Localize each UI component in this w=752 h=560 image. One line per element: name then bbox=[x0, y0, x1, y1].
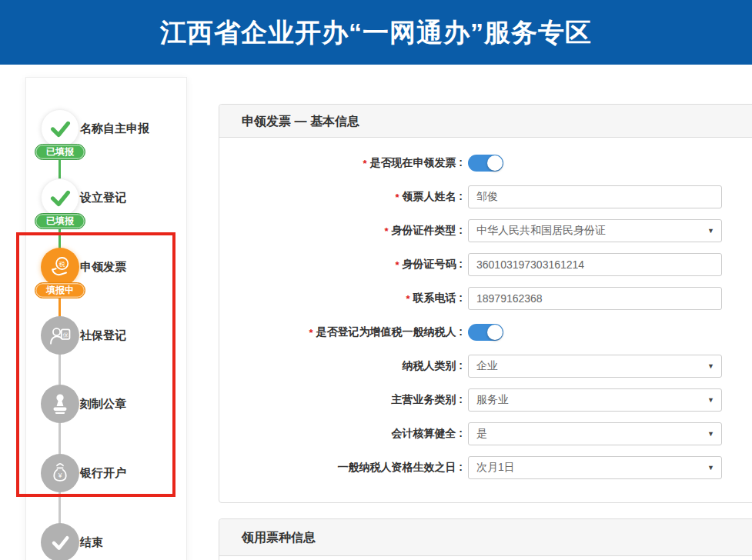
field-label: 是否登记为增值税一般纳税人 : bbox=[316, 325, 463, 338]
step-label: 刻制公章 bbox=[80, 397, 126, 412]
social-security-icon: 保 bbox=[41, 316, 79, 355]
status-badge: 已填报 bbox=[35, 213, 85, 229]
required-marker: * bbox=[395, 192, 399, 203]
required-marker: * bbox=[406, 293, 409, 305]
progress-stepper: 名称自主申报 已填报 设立登记 已填报 税 申领发票 填报中 保 bbox=[25, 77, 187, 560]
row-invoice-now: *是否现在申领发票 : bbox=[219, 152, 752, 175]
row-id-number: *身份证号码 : bbox=[219, 253, 752, 276]
step-label: 申领发票 bbox=[80, 260, 126, 275]
ticket-info-panel: 领用票种信息 bbox=[219, 518, 752, 560]
step-name-declaration[interactable]: 名称自主申报 bbox=[26, 109, 188, 148]
field-label: 身份证件类型 : bbox=[391, 224, 463, 236]
row-recipient-name: *领票人姓名 : bbox=[219, 185, 752, 208]
page-title: 江西省企业开办“一网通办”服务专区 bbox=[0, 0, 752, 65]
row-taxpayer-category: 纳税人类别 : 企业 ▼ bbox=[219, 355, 752, 378]
select-value: 企业 bbox=[476, 359, 498, 373]
select-value: 是 bbox=[476, 427, 487, 441]
step-label: 结束 bbox=[80, 535, 103, 550]
id-number-input[interactable] bbox=[468, 253, 722, 276]
field-label: 联系电话 : bbox=[413, 292, 463, 304]
recipient-name-input[interactable] bbox=[468, 185, 722, 208]
step-seal-engraving[interactable]: 刻制公章 bbox=[26, 385, 188, 423]
step-label: 设立登记 bbox=[80, 191, 126, 205]
row-id-type: *身份证件类型 : 中华人民共和国居民身份证 ▼ bbox=[219, 219, 752, 242]
svg-text:税: 税 bbox=[58, 261, 65, 268]
step-social-security[interactable]: 保 社保登记 bbox=[26, 316, 188, 355]
required-marker: * bbox=[395, 259, 399, 271]
invoice-now-toggle[interactable] bbox=[468, 155, 503, 172]
chevron-down-icon: ▼ bbox=[707, 464, 714, 472]
taxpayer-category-select[interactable]: 企业 ▼ bbox=[468, 355, 722, 378]
required-marker: * bbox=[384, 225, 388, 237]
toggle-knob bbox=[487, 155, 503, 171]
svg-text:保: 保 bbox=[63, 332, 69, 338]
effective-date-select[interactable]: 次月1日 ▼ bbox=[468, 456, 722, 479]
select-value: 中华人民共和国居民身份证 bbox=[476, 224, 606, 238]
chevron-down-icon: ▼ bbox=[707, 362, 714, 370]
row-vat-general: *是否登记为增值税一般纳税人 : bbox=[219, 321, 752, 344]
chevron-down-icon: ▼ bbox=[707, 227, 714, 235]
select-value: 服务业 bbox=[476, 393, 509, 407]
panel-title: 领用票种信息 bbox=[219, 519, 752, 556]
step-label: 名称自主申报 bbox=[80, 122, 149, 136]
app-header: 江西省企业开办“一网通办”服务专区 bbox=[0, 0, 752, 65]
field-label: 会计核算健全 : bbox=[391, 427, 463, 439]
select-value: 次月1日 bbox=[476, 461, 515, 475]
main-business-select[interactable]: 服务业 ▼ bbox=[468, 388, 722, 412]
check-icon bbox=[41, 523, 79, 560]
field-label: 身份证号码 : bbox=[402, 258, 463, 270]
toggle-knob bbox=[487, 325, 503, 340]
basic-info-form: *是否现在申领发票 : *领票人姓名 : *身份证件类型 : 中华人民共和国居民… bbox=[219, 138, 752, 479]
row-accounting-sound: 会计核算健全 : 是 ▼ bbox=[219, 422, 752, 445]
panel-title: 申领发票 — 基本信息 bbox=[219, 105, 752, 138]
field-label: 是否现在申领发票 : bbox=[369, 156, 463, 168]
field-label: 领票人姓名 : bbox=[402, 190, 463, 202]
row-effective-date: 一般纳税人资格生效之日 : 次月1日 ▼ bbox=[219, 456, 752, 479]
field-label: 一般纳税人资格生效之日 : bbox=[337, 461, 463, 473]
step-label: 社保登记 bbox=[80, 328, 126, 343]
field-label: 纳税人类别 : bbox=[402, 359, 463, 372]
step-bank-account[interactable]: ¥ 银行开户 bbox=[26, 454, 188, 492]
step-invoice-application[interactable]: 税 申领发票 bbox=[26, 248, 188, 286]
basic-info-panel: 申领发票 — 基本信息 *是否现在申领发票 : *领票人姓名 : *身份证件类型… bbox=[219, 104, 752, 503]
status-badge: 填报中 bbox=[35, 282, 85, 298]
required-marker: * bbox=[309, 327, 312, 338]
seal-stamp-icon bbox=[41, 385, 79, 423]
field-label: 主营业务类别 : bbox=[391, 393, 463, 405]
svg-text:¥: ¥ bbox=[58, 472, 62, 479]
step-establishment-registration[interactable]: 设立登记 bbox=[26, 178, 188, 217]
tax-hand-icon: 税 bbox=[41, 248, 79, 286]
step-label: 银行开户 bbox=[80, 466, 126, 481]
vat-general-toggle[interactable] bbox=[468, 324, 503, 341]
chevron-down-icon: ▼ bbox=[707, 396, 714, 404]
phone-input[interactable] bbox=[468, 287, 722, 310]
money-bag-icon: ¥ bbox=[41, 454, 79, 492]
row-phone: *联系电话 : bbox=[219, 287, 752, 310]
id-type-select[interactable]: 中华人民共和国居民身份证 ▼ bbox=[468, 219, 722, 242]
row-main-business: 主营业务类别 : 服务业 ▼ bbox=[219, 388, 752, 412]
required-marker: * bbox=[363, 158, 366, 169]
step-finish[interactable]: 结束 bbox=[26, 523, 188, 560]
status-badge: 已填报 bbox=[35, 144, 85, 160]
accounting-sound-select[interactable]: 是 ▼ bbox=[468, 422, 722, 445]
check-icon bbox=[41, 109, 79, 148]
chevron-down-icon: ▼ bbox=[707, 430, 714, 438]
check-icon bbox=[41, 178, 79, 217]
